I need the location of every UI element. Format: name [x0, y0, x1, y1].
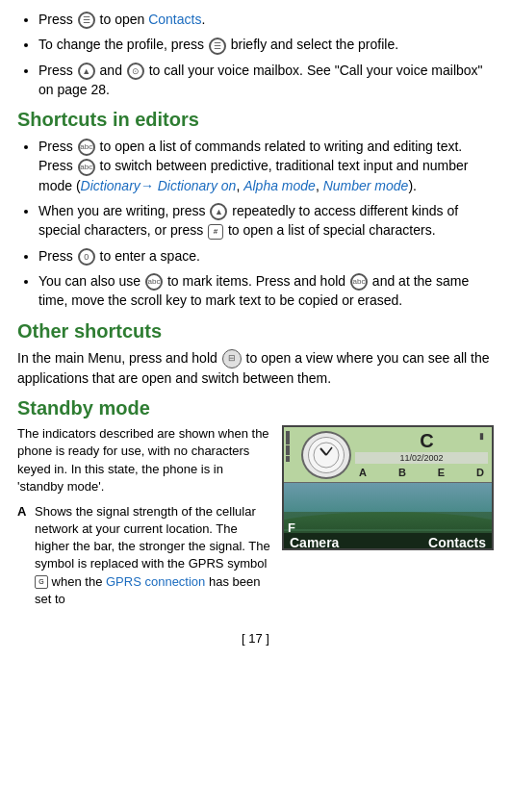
landscape-photo: F Camera Contacts	[284, 483, 492, 550]
standby-item-a: A Shows the signal strength of the cellu…	[17, 503, 272, 608]
contacts-label: Contacts	[428, 535, 486, 550]
abc-icon-4: abc	[350, 273, 368, 291]
screen-date: 11/02/2002	[355, 452, 488, 464]
up-icon: ▲	[210, 203, 227, 220]
dictionary-link[interactable]: Dictionary→ Dictionary on	[81, 178, 237, 193]
bullet-profile: To change the profile, press ☰ briefly a…	[38, 35, 494, 54]
phone-screen: C ▮ 11/02/2002 A B E D	[282, 425, 494, 550]
sky	[284, 483, 492, 512]
screen-e-label: E	[438, 467, 445, 478]
screen-right: C ▮ 11/02/2002 A B E D	[355, 431, 488, 479]
clock-container	[301, 431, 355, 479]
screen-b-label: B	[398, 467, 406, 478]
gprs-link[interactable]: GPRS connection	[106, 574, 205, 589]
page-number: [ 17 ]	[17, 631, 494, 646]
number-mode-link[interactable]: Number mode	[323, 178, 409, 193]
editors-bullet-4: You can also use abc to mark items. Pres…	[38, 271, 494, 311]
screen-abde-labels: A B E D	[355, 466, 488, 479]
screen-top: C ▮ 11/02/2002 A B E D	[284, 427, 492, 483]
up-arrow-icon: ▲	[78, 63, 95, 80]
clock-inner	[308, 437, 345, 473]
hash-icon: #	[208, 224, 223, 240]
signal-bars	[286, 431, 290, 462]
screen-bottom: F Camera Contacts	[284, 483, 492, 550]
top-bullets: Press ☰ to open Contacts. To change the …	[17, 10, 494, 99]
editors-bullet-3: Press 0 to enter a space.	[38, 246, 494, 266]
standby-heading: Standby mode	[17, 397, 494, 419]
menu-icon-2: ☰	[209, 38, 226, 55]
contacts-link[interactable]: Contacts	[148, 12, 201, 27]
standby-label-a: A	[17, 503, 29, 608]
screen-d-label: D	[476, 467, 484, 478]
editors-bullets: Press abc to open a list of commands rel…	[17, 137, 494, 310]
bullet-voicemail: Press ▲ and ⊙ to call your voice mailbox…	[38, 61, 494, 100]
standby-image-area: C ▮ 11/02/2002 A B E D	[282, 425, 494, 616]
screen-a-label: A	[359, 467, 367, 478]
clock-face	[301, 431, 351, 479]
alpha-mode-link[interactable]: Alpha mode	[243, 178, 316, 193]
abc-icon-1: abc	[78, 139, 95, 156]
editors-bullet-2: When you are writing, press ▲ repeatedly…	[38, 201, 494, 241]
screen-bottom-bar: Camera Contacts	[284, 533, 492, 550]
battery-icon: ▮	[479, 431, 484, 441]
clock-svg	[313, 442, 340, 469]
other-shortcuts-heading: Other shortcuts	[17, 320, 494, 343]
menu-nav-icon: ⊟	[222, 349, 242, 368]
abc-icon-2: abc	[78, 159, 95, 176]
other-shortcuts-para: In the main Menu, press and hold ⊟ to op…	[17, 348, 494, 389]
standby-text-area: The indicators described are shown when …	[17, 425, 272, 616]
bullet-contacts: Press ☰ to open Contacts.	[38, 10, 494, 29]
nav-icon: ⊙	[127, 63, 144, 80]
screen-c-label: C	[420, 431, 433, 450]
abc-icon-3: abc	[145, 273, 163, 291]
camera-label: Camera	[290, 535, 339, 550]
standby-section: Standby mode The indicators described ar…	[17, 397, 494, 616]
standby-intro: The indicators described are shown when …	[17, 425, 272, 495]
gprs-icon: G	[35, 575, 48, 589]
editors-bullet-1: Press abc to open a list of commands rel…	[38, 137, 494, 195]
menu-icon: ☰	[78, 12, 95, 29]
standby-layout: The indicators described are shown when …	[17, 425, 494, 616]
editors-heading: Shortcuts in editors	[17, 109, 494, 131]
standby-item-a-text: Shows the signal strength of the cellula…	[35, 503, 272, 608]
zero-icon: 0	[78, 248, 95, 266]
